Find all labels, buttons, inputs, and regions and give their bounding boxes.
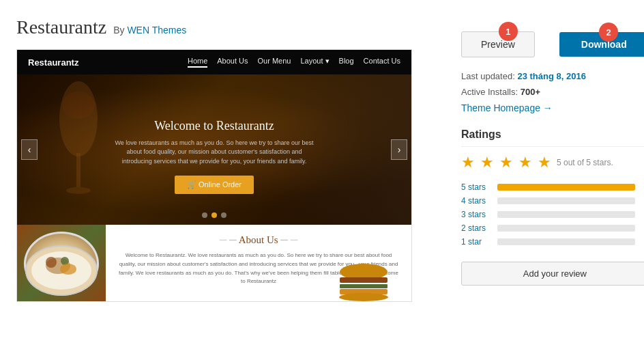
preview-nav-logo: Restaurantz	[28, 57, 78, 68]
preview-number-badge: 1	[499, 22, 518, 41]
rating-bar-bg-3	[497, 211, 635, 218]
preview-nav-links: Home About Us Our Menu Layout ▾ Blog Con…	[188, 57, 400, 68]
rating-label-5: 1 star	[461, 237, 492, 247]
rating-count-2: 0	[641, 196, 644, 206]
add-review-button[interactable]: Add your review	[461, 262, 644, 286]
active-installs-value: 700+	[521, 87, 540, 97]
svg-point-7	[46, 257, 57, 268]
rating-row-1: 5 stars 1	[461, 182, 644, 192]
rating-bar-bg-5	[497, 238, 635, 245]
theme-preview: Restaurantz Home About Us Our Menu Layou…	[16, 49, 412, 302]
preview-arrow-right[interactable]: ›	[391, 139, 407, 160]
stars-label: 5 out of 5 stars.	[557, 158, 613, 167]
svg-point-3	[62, 92, 95, 119]
svg-point-9	[60, 264, 76, 275]
dot-2	[211, 212, 217, 218]
dot-3	[221, 212, 226, 218]
ratings-title: Ratings	[461, 128, 644, 147]
nav-link-layout: Layout ▾	[300, 57, 329, 68]
star-2: ★	[480, 154, 494, 171]
food-plate-icon	[20, 228, 102, 299]
preview-button[interactable]: Preview	[461, 31, 535, 57]
rating-bars: 5 stars 1 4 stars 0 3 stars 0 2 stars 0	[461, 182, 644, 247]
stars-row: ★ ★ ★ ★ ★ 5 out of 5 stars.	[461, 154, 644, 171]
preview-nav: Restaurantz Home About Us Our Menu Layou…	[17, 50, 411, 74]
preview-hero-subtitle: We love restaurants as much as you do. S…	[112, 139, 317, 167]
rating-bar-bg-2	[497, 197, 635, 204]
rating-count-3: 0	[641, 210, 644, 219]
theme-author: By WEN Themes	[113, 25, 186, 36]
rating-label-1: 5 stars	[461, 182, 492, 192]
rating-count-4: 0	[641, 223, 644, 233]
preview-hero-cta[interactable]: 🛒 Online Order	[175, 176, 254, 194]
nav-link-home: Home	[188, 57, 207, 68]
rating-label-2: 4 stars	[461, 196, 492, 206]
preview-bottom: ─ About Us ─ Welcome to Restaurantz. We …	[17, 225, 411, 302]
rating-bar-bg-1	[497, 184, 635, 191]
svg-rect-1	[76, 153, 80, 187]
wine-glass-icon	[55, 78, 102, 214]
page-wrapper: Restaurantz By WEN Themes Restaurantz Ho…	[0, 0, 644, 360]
theme-homepage-link[interactable]: Theme Homepage →	[461, 102, 644, 113]
nav-link-contact: Contact Us	[364, 57, 400, 68]
rating-row-5: 1 star 0	[461, 237, 644, 247]
rating-count-1: 1	[641, 182, 644, 192]
rating-row-4: 2 stars 0	[461, 223, 644, 233]
by-text: By	[113, 25, 124, 36]
star-1: ★	[461, 154, 475, 171]
left-panel: Restaurantz By WEN Themes Restaurantz Ho…	[16, 16, 439, 344]
svg-rect-11	[340, 277, 387, 283]
svg-rect-12	[340, 284, 387, 288]
right-panel: 1 Preview 2 Download Last updated: 23 th…	[461, 16, 644, 344]
nav-link-blog: Blog	[339, 57, 354, 68]
star-3: ★	[499, 154, 513, 171]
rating-bar-fill-1	[497, 184, 635, 191]
preview-hero-title: Welcome to Restaurantz	[112, 119, 317, 133]
nav-link-menu: Our Menu	[258, 57, 291, 68]
nav-link-about: About Us	[217, 57, 248, 68]
active-installs-row: Active Installs: 700+	[461, 87, 644, 97]
rating-label-4: 2 stars	[461, 223, 492, 233]
rating-count-5: 0	[641, 237, 644, 247]
svg-point-14	[339, 293, 388, 301]
meta-section: Last updated: 23 tháng 8, 2016 Active In…	[461, 71, 644, 113]
rating-row-3: 3 stars 0	[461, 210, 644, 219]
rating-row-2: 4 stars 0	[461, 196, 644, 206]
preview-hero-text: Welcome to Restaurantz We love restauran…	[112, 119, 317, 195]
last-updated-value: 23 tháng 8, 2016	[517, 71, 585, 81]
rating-label-3: 3 stars	[461, 210, 492, 219]
burger-image	[336, 264, 391, 301]
preview-about-title: ─ About Us ─	[220, 234, 298, 246]
svg-point-2	[66, 187, 91, 194]
download-btn-group: 2 Download	[559, 23, 644, 57]
active-installs-label: Active Installs:	[461, 87, 518, 97]
preview-food-image	[17, 225, 106, 302]
theme-title-row: Restaurantz By WEN Themes	[16, 16, 439, 38]
theme-title: Restaurantz	[16, 16, 106, 38]
star-4: ★	[518, 154, 532, 171]
preview-arrow-left[interactable]: ‹	[21, 139, 38, 160]
author-link[interactable]: WEN Themes	[127, 25, 186, 36]
star-5: ★	[538, 154, 551, 171]
dot-1	[202, 212, 207, 218]
preview-btn-group: 1 Preview	[461, 22, 546, 57]
ratings-section: Ratings ★ ★ ★ ★ ★ 5 out of 5 stars. 5 st…	[461, 128, 644, 286]
last-updated-row: Last updated: 23 tháng 8, 2016	[461, 71, 644, 81]
rating-bar-bg-4	[497, 225, 635, 232]
buttons-row: 1 Preview 2 Download	[461, 22, 644, 57]
preview-hero: Welcome to Restaurantz We love restauran…	[17, 74, 411, 225]
last-updated-label: Last updated:	[461, 71, 515, 81]
preview-dots	[202, 212, 226, 218]
